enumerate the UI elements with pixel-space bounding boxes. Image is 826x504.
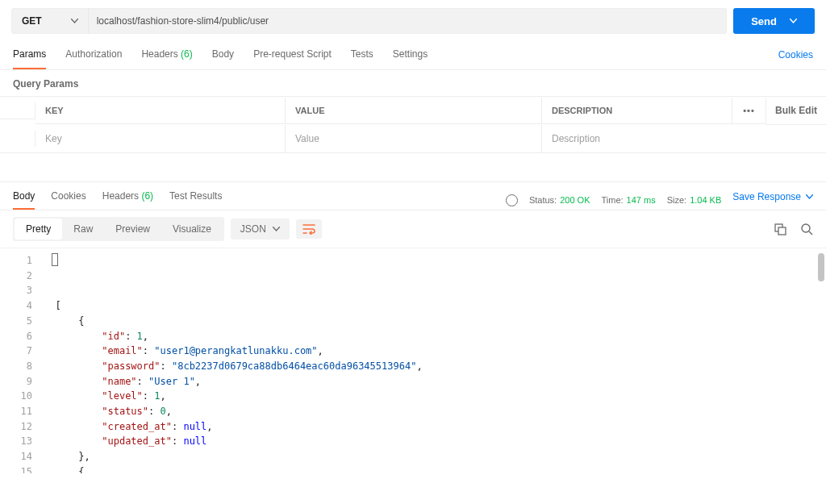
tab-body[interactable]: Body [212,48,234,69]
tab-tests[interactable]: Tests [351,48,373,69]
http-method-select[interactable]: GET [12,9,89,33]
status-meta: Status:200 OK [529,195,590,205]
scrollbar-horizontal[interactable] [0,473,826,481]
view-tab-pretty[interactable]: Pretty [15,219,62,240]
svg-line-3 [809,231,812,235]
http-method-value: GET [22,15,42,27]
search-icon [801,223,813,235]
wrap-icon [302,223,315,235]
col-header-desc: DESCRIPTION [542,98,732,124]
tab-headers[interactable]: Headers (6) [141,48,192,69]
key-input-placeholder[interactable]: Key [45,133,62,144]
save-response-label: Save Response [732,191,801,202]
desc-input-placeholder[interactable]: Description [552,133,600,144]
wrap-lines-button[interactable] [296,219,322,239]
col-header-value: VALUE [286,98,542,124]
view-tab-preview[interactable]: Preview [104,219,161,240]
code-content: [ { "id": 1, "email": "user1@perangkatlu… [40,248,826,481]
scrollbar-vertical[interactable] [818,253,824,281]
chevron-down-icon [71,19,78,23]
resp-headers-count-badge: (6) [141,190,153,202]
svg-point-2 [802,224,810,232]
resp-tab-headers[interactable]: Headers (6) [102,190,153,210]
send-button[interactable]: Send [733,8,815,34]
resp-tab-headers-label: Headers [102,190,139,202]
copy-button[interactable] [774,223,786,235]
time-meta: Time:147 ms [601,195,655,205]
send-label: Send [751,15,777,27]
response-body-code[interactable]: 123456789101112131415 [ { "id": 1, "emai… [0,248,826,481]
headers-count-badge: (6) [181,48,193,60]
cursor-icon [52,253,58,266]
format-value: JSON [240,223,266,235]
search-button[interactable] [801,223,813,235]
resp-tab-body[interactable]: Body [13,190,35,210]
query-params-table: KEY VALUE DESCRIPTION ••• Bulk Edit Key … [0,96,826,153]
bulk-edit-link[interactable]: Bulk Edit [766,97,826,125]
save-response-link[interactable]: Save Response [732,191,813,209]
response-tabs: Body Cookies Headers (6) Test Results St… [0,181,826,210]
url-input[interactable] [89,9,727,33]
copy-icon [774,223,786,235]
view-tab-raw[interactable]: Raw [62,219,104,240]
size-meta: Size:1.04 KB [667,195,722,205]
format-select[interactable]: JSON [231,219,290,240]
tab-settings[interactable]: Settings [393,48,428,69]
more-actions-icon[interactable]: ••• [732,98,766,124]
view-mode-tabs: Pretty Raw Preview Visualize [13,217,224,241]
line-gutter: 123456789101112131415 [0,248,40,481]
chevron-down-icon [806,194,813,199]
cookies-link[interactable]: Cookies [778,49,813,69]
resp-tab-cookies[interactable]: Cookies [51,190,86,210]
request-tabs: Params Authorization Headers (6) Body Pr… [0,39,826,70]
globe-icon[interactable] [506,194,518,206]
tab-params[interactable]: Params [13,48,46,69]
view-tab-visualize[interactable]: Visualize [161,219,223,240]
tab-headers-label: Headers [141,48,177,60]
query-params-label: Query Params [0,70,826,96]
value-input-placeholder[interactable]: Value [295,133,319,144]
chevron-down-icon [273,227,280,231]
tab-prerequest[interactable]: Pre-request Script [253,48,332,69]
resp-tab-testresults[interactable]: Test Results [169,190,222,210]
col-header-key: KEY [35,98,286,124]
svg-rect-1 [778,227,786,235]
tab-authorization[interactable]: Authorization [65,48,122,69]
chevron-down-icon [790,19,797,23]
